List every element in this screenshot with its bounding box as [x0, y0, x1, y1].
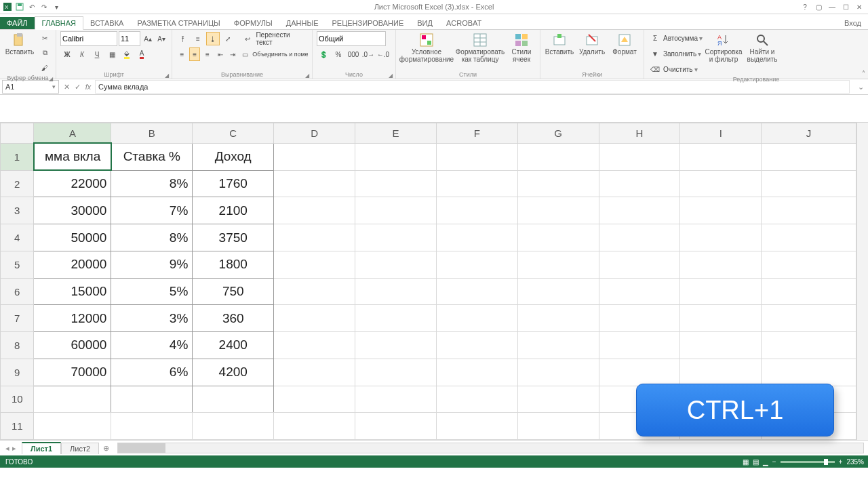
sheet-nav-next-icon[interactable]: ▸: [12, 444, 16, 453]
col-header-j[interactable]: J: [762, 123, 856, 144]
paste-button[interactable]: Вставить: [4, 31, 35, 56]
format-painter-icon[interactable]: 🖌: [38, 61, 52, 75]
underline-button[interactable]: Ч: [90, 47, 104, 61]
wrap-text-button[interactable]: Перенести текст: [256, 31, 308, 46]
cell-c9[interactable]: 4200: [193, 359, 274, 386]
col-header-e[interactable]: E: [355, 123, 437, 144]
row-header-10[interactable]: 10: [1, 386, 34, 413]
cell-a9[interactable]: 70000: [34, 359, 111, 386]
save-icon[interactable]: [15, 2, 24, 12]
font-name-select[interactable]: [60, 31, 117, 46]
font-color-icon[interactable]: A: [135, 47, 149, 61]
comma-format-icon[interactable]: 000: [347, 47, 360, 61]
row-header-7[interactable]: 7: [1, 305, 34, 332]
col-header-f[interactable]: F: [436, 123, 517, 144]
cell-d1[interactable]: [274, 143, 355, 170]
view-page-break-icon[interactable]: ▁: [763, 458, 768, 466]
cell-f1[interactable]: [436, 143, 517, 170]
zoom-in-icon[interactable]: +: [839, 458, 843, 466]
delete-cells-button[interactable]: Удалить: [577, 31, 607, 56]
row-header-3[interactable]: 3: [1, 197, 34, 224]
cell-c8[interactable]: 2400: [193, 332, 274, 359]
cell-c7[interactable]: 360: [193, 305, 274, 332]
col-header-h[interactable]: H: [599, 123, 680, 144]
close-icon[interactable]: ✕: [854, 2, 864, 12]
cell-a8[interactable]: 60000: [34, 332, 111, 359]
cell-i1[interactable]: [680, 143, 762, 170]
select-all-button[interactable]: [1, 123, 34, 144]
conditional-formatting-button[interactable]: Условное форматирование: [400, 31, 453, 63]
format-as-table-button[interactable]: Форматировать как таблицу: [456, 31, 505, 63]
cell-b6[interactable]: 5%: [111, 278, 193, 305]
accounting-format-icon[interactable]: 💲: [317, 47, 330, 61]
maximize-icon[interactable]: ☐: [841, 2, 850, 12]
cell-c6[interactable]: 750: [193, 278, 274, 305]
row-header-9[interactable]: 9: [1, 359, 34, 386]
name-box[interactable]: A1▾: [2, 80, 59, 94]
cell-a3[interactable]: 30000: [34, 197, 111, 224]
align-right-icon[interactable]: ≡: [201, 47, 213, 61]
clear-button[interactable]: ⌫Очистить ▾: [648, 62, 703, 76]
cell-g1[interactable]: [517, 143, 599, 170]
zoom-slider[interactable]: [781, 461, 835, 463]
cell-e1[interactable]: [355, 143, 437, 170]
tab-review[interactable]: РЕЦЕНЗИРОВАНИЕ: [325, 17, 410, 29]
clipboard-launcher-icon[interactable]: ◢: [49, 76, 53, 82]
align-bottom-icon[interactable]: ⭳: [206, 32, 220, 45]
minimize-icon[interactable]: —: [827, 2, 837, 12]
enter-formula-icon[interactable]: ✓: [72, 83, 83, 92]
increase-indent-icon[interactable]: ⇥: [227, 47, 239, 61]
copy-icon[interactable]: ⧉: [38, 46, 52, 60]
cell-styles-button[interactable]: Стили ячеек: [507, 31, 536, 63]
view-page-layout-icon[interactable]: ▤: [753, 458, 759, 466]
cell-a1[interactable]: мма вкла: [34, 143, 111, 170]
bold-button[interactable]: Ж: [60, 47, 74, 61]
font-size-select[interactable]: [119, 31, 140, 46]
increase-decimal-icon[interactable]: .0→: [361, 47, 375, 61]
cell-b9[interactable]: 6%: [111, 359, 193, 386]
col-header-d[interactable]: D: [274, 123, 355, 144]
tab-page-layout[interactable]: РАЗМЕТКА СТРАНИЦЫ: [130, 17, 226, 29]
fill-button[interactable]: ▼Заполнить ▾: [648, 47, 703, 60]
cell-a7[interactable]: 12000: [34, 305, 111, 332]
orientation-icon[interactable]: ⤢: [221, 32, 235, 45]
align-left-icon[interactable]: ≡: [176, 47, 188, 61]
view-normal-icon[interactable]: ▦: [743, 458, 749, 466]
sign-in-link[interactable]: Вход: [837, 17, 868, 29]
decrease-indent-icon[interactable]: ⇤: [214, 47, 226, 61]
zoom-out-icon[interactable]: −: [772, 458, 776, 466]
cell-b2[interactable]: 8%: [111, 170, 193, 197]
fill-color-icon[interactable]: ⬙: [120, 47, 134, 61]
cell-a4[interactable]: 50000: [34, 224, 111, 251]
cell-c4[interactable]: 3750: [193, 224, 274, 251]
col-header-b[interactable]: B: [111, 123, 193, 144]
col-header-i[interactable]: I: [680, 123, 762, 144]
cell-c2[interactable]: 1760: [193, 170, 274, 197]
cell-b8[interactable]: 4%: [111, 332, 193, 359]
cut-icon[interactable]: ✂: [38, 31, 52, 45]
collapse-ribbon-icon[interactable]: ˄: [862, 70, 865, 77]
fx-icon[interactable]: fx: [83, 83, 94, 91]
cell-j1[interactable]: [762, 143, 856, 170]
cell-a2[interactable]: 22000: [34, 170, 111, 197]
align-top-icon[interactable]: ⭱: [176, 32, 190, 45]
cell-c1[interactable]: Доход: [193, 143, 274, 170]
cell-h1[interactable]: [599, 143, 680, 170]
format-cells-button[interactable]: Формат: [610, 31, 639, 56]
font-launcher-icon[interactable]: ◢: [165, 73, 169, 79]
row-header-1[interactable]: 1: [1, 143, 34, 170]
row-header-8[interactable]: 8: [1, 332, 34, 359]
tab-insert[interactable]: ВСТАВКА: [83, 17, 130, 29]
grow-font-icon[interactable]: A▴: [142, 32, 154, 45]
tab-home[interactable]: ГЛАВНАЯ: [35, 16, 83, 30]
horizontal-scrollbar[interactable]: [117, 443, 864, 453]
number-format-select[interactable]: [317, 31, 386, 46]
cancel-formula-icon[interactable]: ✕: [61, 83, 72, 92]
cell-b3[interactable]: 7%: [111, 197, 193, 224]
cell-b5[interactable]: 9%: [111, 251, 193, 278]
sort-filter-button[interactable]: AЯСортировка и фильтр: [705, 31, 742, 63]
align-center-icon[interactable]: ≡: [189, 47, 201, 61]
row-header-5[interactable]: 5: [1, 251, 34, 278]
find-select-button[interactable]: Найти и выделить: [745, 31, 780, 63]
tab-file[interactable]: ФАЙЛ: [0, 17, 35, 29]
